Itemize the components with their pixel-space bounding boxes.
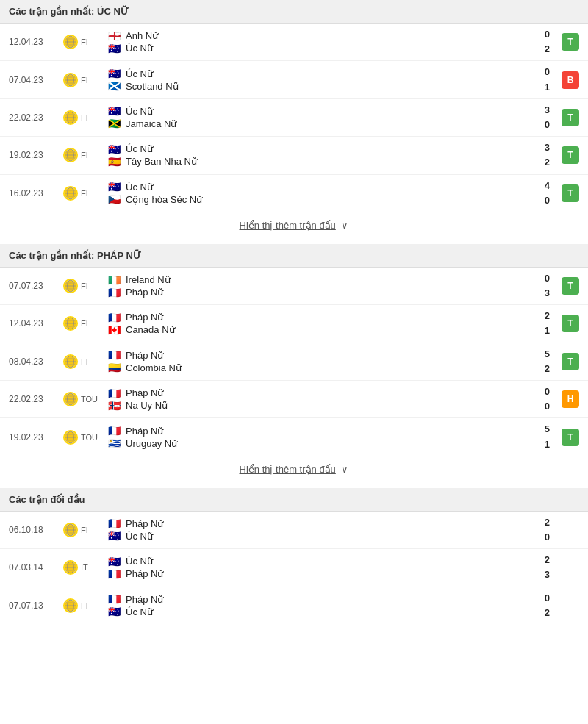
team1-name: Pháp Nữ [126,312,163,323]
team1-score: 2 [545,553,550,567]
team2-score: 0 [545,531,550,544]
team2-flag: 🇪🇸 [107,157,121,167]
match-date: 07.03.14 [9,562,60,573]
section2-show-more[interactable]: Hiển thị thêm trận đấu ∨ [0,456,588,482]
team2-row: 🇪🇸Tây Ban Nha Nữ [107,156,528,167]
team2-name: Jamaica Nữ [126,118,176,129]
team1-row: 🇦🇺Úc Nữ [107,106,528,117]
teams-block: 🇦🇺Úc Nữ🇪🇸Tây Ban Nha Nữ [107,143,528,167]
team2-row: 🇺🇾Uruguay Nữ [107,438,528,449]
match-date: 07.04.23 [9,75,60,85]
team2-flag: 🇨🇿 [107,194,121,204]
team1-flag: 🇦🇺 [107,106,121,116]
match-badge[interactable]: H [562,390,579,408]
team2-flag: 🇫🇷 [107,569,121,579]
team2-name: Na Uy Nữ [126,400,168,411]
team1-row: 🇫🇷Pháp Nữ [107,350,528,361]
globe-icon [60,430,81,445]
section1-header: Các trận gần nhất: ÚC NỮ [0,0,588,24]
match-badge[interactable]: T [562,277,579,295]
team1-name: Úc Nữ [126,556,153,567]
match-badge[interactable]: T [562,146,579,164]
team2-flag: 🇨🇦 [107,325,121,335]
team1-name: Pháp Nữ [126,387,163,398]
team1-flag: 🇮🇪 [107,275,121,285]
team1-score: 5 [545,423,550,436]
match-date: 07.07.13 [9,601,60,611]
teams-block: 🇫🇷Pháp Nữ🇳🇴Na Uy Nữ [107,387,528,411]
match-badge[interactable]: T [562,429,579,446]
match-badge[interactable]: T [562,184,579,202]
team2-row: 🇦🇺Úc Nữ [107,606,528,617]
match-type: FI [81,76,107,85]
team2-row: 🇦🇺Úc Nữ [107,43,528,54]
team2-score: 2 [545,362,550,376]
teams-block: 🇫🇷Pháp Nữ🇦🇺Úc Nữ [107,594,528,617]
match-row: 07.04.23FI🇦🇺Úc Nữ🏴󠁧󠁢󠁳󠁣󠁴󠁿Scotland Nữ01B [0,61,588,98]
team2-score: 2 [545,606,550,620]
match-badge[interactable]: T [562,353,579,370]
team2-score: 1 [545,438,550,451]
team2-name: Pháp Nữ [126,568,163,579]
score-block: 02 [528,592,550,620]
match-row: 06.10.18FI🇫🇷Pháp Nữ🇦🇺Úc Nữ20 [0,512,588,549]
team1-flag: 🇦🇺 [107,144,121,154]
team2-name: Tây Ban Nha Nữ [126,156,197,167]
score-block: 30 [528,104,550,132]
match-type: FI [81,189,107,198]
team2-score: 2 [545,156,550,169]
section-uc-nu: Các trận gần nhất: ÚC NỮ 12.04.23FI🏴󠁧󠁢󠁥󠁮… [0,0,588,238]
team1-row: 🇫🇷Pháp Nữ [107,312,528,323]
team1-row: 🇫🇷Pháp Nữ [107,426,528,437]
score-block: 40 [528,179,550,207]
match-row: 12.04.23FI🇫🇷Pháp Nữ🇨🇦Canada Nữ21T [0,305,588,343]
globe-icon [60,598,81,613]
globe-icon [60,35,81,49]
match-badge[interactable]: T [562,315,579,332]
team1-name: Pháp Nữ [126,518,163,529]
team2-row: 🇯🇲Jamaica Nữ [107,118,528,129]
team1-score: 2 [545,309,550,323]
team2-row: 🇳🇴Na Uy Nữ [107,400,528,411]
team1-name: Úc Nữ [126,106,153,117]
team1-score: 2 [545,516,550,529]
globe-icon [60,186,81,201]
team1-row: 🇮🇪Ireland Nữ [107,274,528,285]
section-phap-nu: Các trận gần nhất: PHÁP NỮ 07.07.23FI🇮🇪I… [0,244,588,482]
match-type: FI [81,37,107,46]
score-block: 20 [528,516,550,544]
globe-icon [60,316,81,331]
team1-name: Úc Nữ [126,68,153,79]
match-row: 07.07.13FI🇫🇷Pháp Nữ🇦🇺Úc Nữ02 [0,587,588,624]
team1-flag: 🇦🇺 [107,68,121,79]
score-block: 21 [528,309,550,337]
section1-show-more[interactable]: Hiển thị thêm trận đấu ∨ [0,212,588,238]
team2-row: 🇨🇦Canada Nữ [107,324,528,335]
team1-score: 0 [545,28,550,41]
team2-flag: 🇦🇺 [107,531,121,541]
match-row: 16.02.23FI🇦🇺Úc Nữ🇨🇿Cộng hòa Séc Nữ40T [0,175,588,212]
team2-score: 3 [545,287,550,300]
score-block: 03 [528,272,550,300]
team1-flag: 🇦🇺 [107,556,121,567]
team1-score: 3 [545,141,550,154]
score-block: 32 [528,141,550,169]
match-row: 07.03.14IT🇦🇺Úc Nữ🇫🇷Pháp Nữ23 [0,549,588,587]
team2-name: Cộng hòa Séc Nữ [126,194,202,205]
match-type: TOU [81,395,107,404]
match-badge[interactable]: T [562,33,579,51]
team2-name: Úc Nữ [126,531,153,542]
team1-score: 0 [545,272,550,285]
team1-flag: 🇫🇷 [107,350,121,360]
globe-icon [60,354,81,369]
match-row: 19.02.23TOU🇫🇷Pháp Nữ🇺🇾Uruguay Nữ51T [0,418,588,455]
score-block: 23 [528,553,550,581]
team2-row: 🇦🇺Úc Nữ [107,531,528,542]
match-date: 22.02.23 [9,394,60,404]
match-badge[interactable]: T [562,109,579,126]
match-badge[interactable]: B [562,71,579,89]
section3-matches: 06.10.18FI🇫🇷Pháp Nữ🇦🇺Úc Nữ2007.03.14IT🇦🇺… [0,512,588,624]
teams-block: 🇫🇷Pháp Nữ🇨🇴Colombia Nữ [107,350,528,373]
score-block: 52 [528,348,550,376]
team2-score: 0 [545,194,550,207]
